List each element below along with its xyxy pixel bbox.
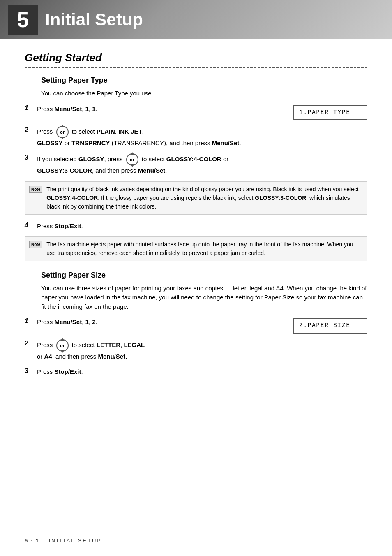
- paper-size-step-3: 3 Press Stop/Exit.: [25, 367, 367, 376]
- note-2-text: The fax machine ejects paper with printe…: [46, 240, 363, 257]
- menu-set-bold-3: Menu/Set: [138, 167, 166, 174]
- paper-type-step-3: 3 If you selected GLOSSY, press or to se…: [25, 153, 367, 175]
- ps-menu-set-bold-2: Menu/Set: [98, 353, 125, 360]
- paper-type-step-1: 1 Press Menu/Set, 1, 1. 1.PAPER TYPE: [25, 104, 367, 120]
- lcd-paper-type: 1.PAPER TYPE: [293, 105, 367, 120]
- ps-stop-exit-bold: Stop/Exit: [55, 368, 81, 375]
- paper-type-heading: Setting Paper Type: [41, 76, 367, 85]
- footer-section-name: INITIAL SETUP: [48, 537, 102, 544]
- one-bold-2: 1: [92, 105, 95, 112]
- trnsprncy-bold: TRNSPRNCY: [71, 139, 110, 146]
- note-glossy-4: GLOSSY:4-COLOR: [46, 195, 98, 201]
- paper-size-step-2: 2 Press or to select LETTER, LEGAL or A4…: [25, 339, 367, 361]
- or-button-icon: or: [56, 126, 69, 138]
- glossy-bold-2: GLOSSY: [78, 155, 104, 162]
- main-content: Getting Started Setting Paper Type You c…: [0, 51, 392, 399]
- note-1-text: The print quality of black ink varies de…: [46, 185, 363, 211]
- step-4-content: Press Stop/Exit.: [37, 221, 367, 231]
- or-button-icon-2: or: [126, 153, 138, 166]
- menu-set-bold-2: Menu/Set: [212, 139, 240, 146]
- paper-size-intro: You can use three sizes of paper for pri…: [41, 284, 367, 312]
- glossy-3-color-bold: GLOSSY:3-COLOR: [37, 167, 92, 174]
- step-1-content: Press Menu/Set, 1, 1. 1.PAPER TYPE: [37, 104, 367, 120]
- step-number-3: 3: [25, 153, 37, 161]
- section-divider: [25, 67, 367, 68]
- paper-type-step-4: 4 Press Stop/Exit.: [25, 221, 367, 231]
- glossy-4-color-bold: GLOSSY:4-COLOR: [166, 155, 221, 162]
- chapter-title: Initial Setup: [45, 10, 143, 30]
- ps-step-3-content: Press Stop/Exit.: [37, 367, 367, 376]
- step-number-1: 1: [25, 104, 37, 112]
- menu-set-bold: Menu/Set: [55, 105, 82, 112]
- setting-paper-type-section: Setting Paper Type You can choose the Pa…: [25, 76, 367, 261]
- step-number-4: 4: [25, 221, 37, 229]
- legal-bold: LEGAL: [124, 341, 145, 348]
- step-number-2: 2: [25, 126, 37, 134]
- paper-type-step-2: 2 Press or to select PLAIN, INK JET, GLO…: [25, 126, 367, 148]
- ps-two-bold: 2: [92, 318, 95, 325]
- chapter-header: 5 Initial Setup: [0, 0, 392, 39]
- letter-bold: LETTER: [97, 341, 120, 348]
- ps-step-1-content: Press Menu/Set, 1, 2. 2.PAPER SIZE: [37, 317, 367, 334]
- or-button-icon-3: or: [56, 339, 69, 352]
- note-1-block: Note The print quality of black ink vari…: [25, 181, 367, 215]
- step-3-content: If you selected GLOSSY, press or to sele…: [37, 153, 367, 175]
- ink-jet-bold: INK JET: [118, 128, 142, 135]
- ps-step-number-3: 3: [25, 367, 37, 375]
- lcd-paper-size: 2.PAPER SIZE: [293, 318, 367, 334]
- ps-step-number-2: 2: [25, 339, 37, 347]
- paper-size-heading: Setting Paper Size: [41, 271, 367, 280]
- stop-exit-bold: Stop/Exit: [55, 222, 81, 229]
- chapter-number: 5: [8, 5, 38, 35]
- plain-bold: PLAIN: [97, 128, 115, 135]
- footer-page-number: 5 - 1: [25, 537, 39, 544]
- paper-type-intro: You can choose the Paper Type you use.: [41, 89, 367, 98]
- one-bold: 1: [85, 105, 89, 112]
- note-label-2: Note: [29, 241, 42, 248]
- ps-one-bold: 1: [85, 318, 89, 325]
- note-label-1: Note: [29, 186, 42, 193]
- getting-started-heading: Getting Started: [25, 51, 367, 64]
- ps-menu-set-bold: Menu/Set: [55, 318, 82, 325]
- paper-size-step-1: 1 Press Menu/Set, 1, 2. 2.PAPER SIZE: [25, 317, 367, 334]
- ps-step-number-1: 1: [25, 317, 37, 325]
- step-1-text: Press Menu/Set, 1, 1.: [37, 104, 285, 114]
- setting-paper-size-section: Setting Paper Size You can use three siz…: [25, 271, 367, 377]
- ps-step-2-content: Press or to select LETTER, LEGAL or A4, …: [37, 339, 367, 361]
- note-2-block: Note The fax machine ejects paper with p…: [25, 236, 367, 261]
- page-footer: 5 - 1 INITIAL SETUP: [25, 537, 102, 544]
- note-glossy-3: GLOSSY:3-COLOR: [255, 195, 306, 201]
- a4-bold: A4: [44, 353, 52, 360]
- step-2-content: Press or to select PLAIN, INK JET, GLOSS…: [37, 126, 367, 148]
- glossy-bold: GLOSSY: [37, 139, 63, 146]
- ps-step-1-text: Press Menu/Set, 1, 2.: [37, 317, 285, 327]
